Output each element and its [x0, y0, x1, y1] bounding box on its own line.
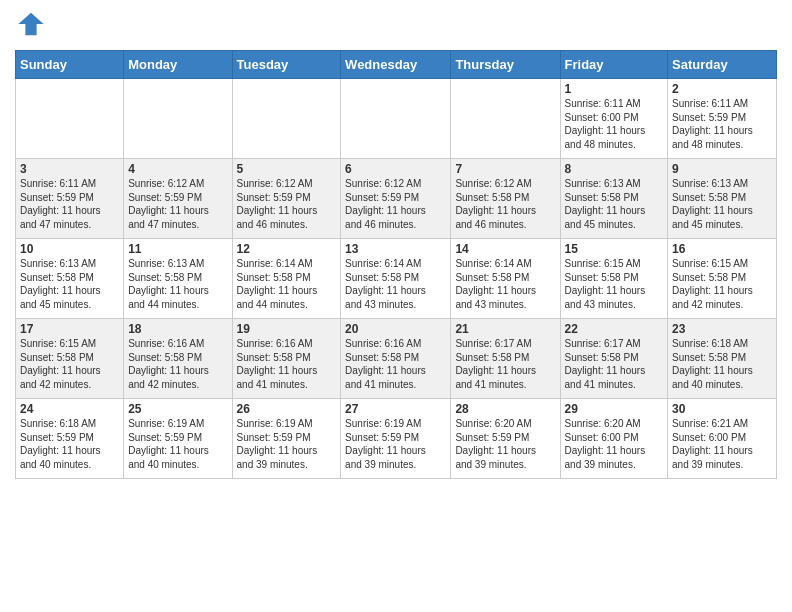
- day-info: Sunrise: 6:18 AMSunset: 5:59 PMDaylight:…: [20, 417, 119, 471]
- day-number: 27: [345, 402, 446, 416]
- day-info: Sunrise: 6:16 AMSunset: 5:58 PMDaylight:…: [237, 337, 337, 391]
- day-info: Sunrise: 6:12 AMSunset: 5:59 PMDaylight:…: [237, 177, 337, 231]
- day-cell-24: 24Sunrise: 6:18 AMSunset: 5:59 PMDayligh…: [16, 399, 124, 479]
- empty-cell: [16, 79, 124, 159]
- day-info: Sunrise: 6:13 AMSunset: 5:58 PMDaylight:…: [565, 177, 664, 231]
- day-info: Sunrise: 6:13 AMSunset: 5:58 PMDaylight:…: [672, 177, 772, 231]
- day-number: 7: [455, 162, 555, 176]
- day-info: Sunrise: 6:21 AMSunset: 6:00 PMDaylight:…: [672, 417, 772, 471]
- day-number: 9: [672, 162, 772, 176]
- empty-cell: [124, 79, 232, 159]
- day-number: 18: [128, 322, 227, 336]
- day-number: 17: [20, 322, 119, 336]
- day-cell-15: 15Sunrise: 6:15 AMSunset: 5:58 PMDayligh…: [560, 239, 668, 319]
- day-cell-28: 28Sunrise: 6:20 AMSunset: 5:59 PMDayligh…: [451, 399, 560, 479]
- day-info: Sunrise: 6:15 AMSunset: 5:58 PMDaylight:…: [672, 257, 772, 311]
- week-row-4: 17Sunrise: 6:15 AMSunset: 5:58 PMDayligh…: [16, 319, 777, 399]
- day-number: 19: [237, 322, 337, 336]
- week-row-5: 24Sunrise: 6:18 AMSunset: 5:59 PMDayligh…: [16, 399, 777, 479]
- day-info: Sunrise: 6:17 AMSunset: 5:58 PMDaylight:…: [565, 337, 664, 391]
- day-info: Sunrise: 6:13 AMSunset: 5:58 PMDaylight:…: [20, 257, 119, 311]
- day-number: 25: [128, 402, 227, 416]
- day-number: 30: [672, 402, 772, 416]
- day-cell-19: 19Sunrise: 6:16 AMSunset: 5:58 PMDayligh…: [232, 319, 341, 399]
- day-number: 1: [565, 82, 664, 96]
- day-number: 6: [345, 162, 446, 176]
- day-number: 11: [128, 242, 227, 256]
- day-number: 21: [455, 322, 555, 336]
- day-number: 14: [455, 242, 555, 256]
- day-number: 15: [565, 242, 664, 256]
- day-info: Sunrise: 6:18 AMSunset: 5:58 PMDaylight:…: [672, 337, 772, 391]
- day-info: Sunrise: 6:14 AMSunset: 5:58 PMDaylight:…: [345, 257, 446, 311]
- day-number: 20: [345, 322, 446, 336]
- day-number: 28: [455, 402, 555, 416]
- day-info: Sunrise: 6:13 AMSunset: 5:58 PMDaylight:…: [128, 257, 227, 311]
- empty-cell: [341, 79, 451, 159]
- day-info: Sunrise: 6:14 AMSunset: 5:58 PMDaylight:…: [237, 257, 337, 311]
- day-cell-13: 13Sunrise: 6:14 AMSunset: 5:58 PMDayligh…: [341, 239, 451, 319]
- week-row-3: 10Sunrise: 6:13 AMSunset: 5:58 PMDayligh…: [16, 239, 777, 319]
- day-info: Sunrise: 6:15 AMSunset: 5:58 PMDaylight:…: [20, 337, 119, 391]
- day-number: 12: [237, 242, 337, 256]
- week-row-2: 3Sunrise: 6:11 AMSunset: 5:59 PMDaylight…: [16, 159, 777, 239]
- day-number: 5: [237, 162, 337, 176]
- weekday-header-saturday: Saturday: [668, 51, 777, 79]
- day-cell-9: 9Sunrise: 6:13 AMSunset: 5:58 PMDaylight…: [668, 159, 777, 239]
- day-number: 2: [672, 82, 772, 96]
- weekday-header-tuesday: Tuesday: [232, 51, 341, 79]
- day-info: Sunrise: 6:12 AMSunset: 5:59 PMDaylight:…: [345, 177, 446, 231]
- day-info: Sunrise: 6:12 AMSunset: 5:58 PMDaylight:…: [455, 177, 555, 231]
- day-cell-26: 26Sunrise: 6:19 AMSunset: 5:59 PMDayligh…: [232, 399, 341, 479]
- day-info: Sunrise: 6:14 AMSunset: 5:58 PMDaylight:…: [455, 257, 555, 311]
- day-number: 10: [20, 242, 119, 256]
- week-row-1: 1Sunrise: 6:11 AMSunset: 6:00 PMDaylight…: [16, 79, 777, 159]
- day-info: Sunrise: 6:19 AMSunset: 5:59 PMDaylight:…: [345, 417, 446, 471]
- svg-marker-0: [18, 13, 43, 35]
- page: SundayMondayTuesdayWednesdayThursdayFrid…: [0, 0, 792, 494]
- day-cell-14: 14Sunrise: 6:14 AMSunset: 5:58 PMDayligh…: [451, 239, 560, 319]
- day-info: Sunrise: 6:19 AMSunset: 5:59 PMDaylight:…: [237, 417, 337, 471]
- logo-icon: [17, 10, 45, 38]
- day-info: Sunrise: 6:20 AMSunset: 6:00 PMDaylight:…: [565, 417, 664, 471]
- day-cell-2: 2Sunrise: 6:11 AMSunset: 5:59 PMDaylight…: [668, 79, 777, 159]
- day-cell-17: 17Sunrise: 6:15 AMSunset: 5:58 PMDayligh…: [16, 319, 124, 399]
- day-cell-3: 3Sunrise: 6:11 AMSunset: 5:59 PMDaylight…: [16, 159, 124, 239]
- day-info: Sunrise: 6:15 AMSunset: 5:58 PMDaylight:…: [565, 257, 664, 311]
- day-number: 4: [128, 162, 227, 176]
- day-number: 22: [565, 322, 664, 336]
- day-cell-20: 20Sunrise: 6:16 AMSunset: 5:58 PMDayligh…: [341, 319, 451, 399]
- weekday-header-wednesday: Wednesday: [341, 51, 451, 79]
- day-info: Sunrise: 6:16 AMSunset: 5:58 PMDaylight:…: [128, 337, 227, 391]
- weekday-header-row: SundayMondayTuesdayWednesdayThursdayFrid…: [16, 51, 777, 79]
- day-info: Sunrise: 6:20 AMSunset: 5:59 PMDaylight:…: [455, 417, 555, 471]
- day-cell-1: 1Sunrise: 6:11 AMSunset: 6:00 PMDaylight…: [560, 79, 668, 159]
- day-number: 8: [565, 162, 664, 176]
- day-cell-10: 10Sunrise: 6:13 AMSunset: 5:58 PMDayligh…: [16, 239, 124, 319]
- day-info: Sunrise: 6:16 AMSunset: 5:58 PMDaylight:…: [345, 337, 446, 391]
- empty-cell: [232, 79, 341, 159]
- day-number: 23: [672, 322, 772, 336]
- day-cell-23: 23Sunrise: 6:18 AMSunset: 5:58 PMDayligh…: [668, 319, 777, 399]
- weekday-header-monday: Monday: [124, 51, 232, 79]
- day-cell-6: 6Sunrise: 6:12 AMSunset: 5:59 PMDaylight…: [341, 159, 451, 239]
- day-info: Sunrise: 6:11 AMSunset: 5:59 PMDaylight:…: [672, 97, 772, 151]
- day-info: Sunrise: 6:19 AMSunset: 5:59 PMDaylight:…: [128, 417, 227, 471]
- day-info: Sunrise: 6:11 AMSunset: 5:59 PMDaylight:…: [20, 177, 119, 231]
- day-cell-11: 11Sunrise: 6:13 AMSunset: 5:58 PMDayligh…: [124, 239, 232, 319]
- header: [15, 10, 777, 42]
- day-cell-25: 25Sunrise: 6:19 AMSunset: 5:59 PMDayligh…: [124, 399, 232, 479]
- day-cell-22: 22Sunrise: 6:17 AMSunset: 5:58 PMDayligh…: [560, 319, 668, 399]
- day-number: 26: [237, 402, 337, 416]
- weekday-header-sunday: Sunday: [16, 51, 124, 79]
- day-cell-30: 30Sunrise: 6:21 AMSunset: 6:00 PMDayligh…: [668, 399, 777, 479]
- day-number: 13: [345, 242, 446, 256]
- day-cell-4: 4Sunrise: 6:12 AMSunset: 5:59 PMDaylight…: [124, 159, 232, 239]
- day-number: 29: [565, 402, 664, 416]
- logo: [15, 10, 45, 42]
- day-cell-21: 21Sunrise: 6:17 AMSunset: 5:58 PMDayligh…: [451, 319, 560, 399]
- day-cell-29: 29Sunrise: 6:20 AMSunset: 6:00 PMDayligh…: [560, 399, 668, 479]
- day-cell-7: 7Sunrise: 6:12 AMSunset: 5:58 PMDaylight…: [451, 159, 560, 239]
- day-number: 16: [672, 242, 772, 256]
- weekday-header-thursday: Thursday: [451, 51, 560, 79]
